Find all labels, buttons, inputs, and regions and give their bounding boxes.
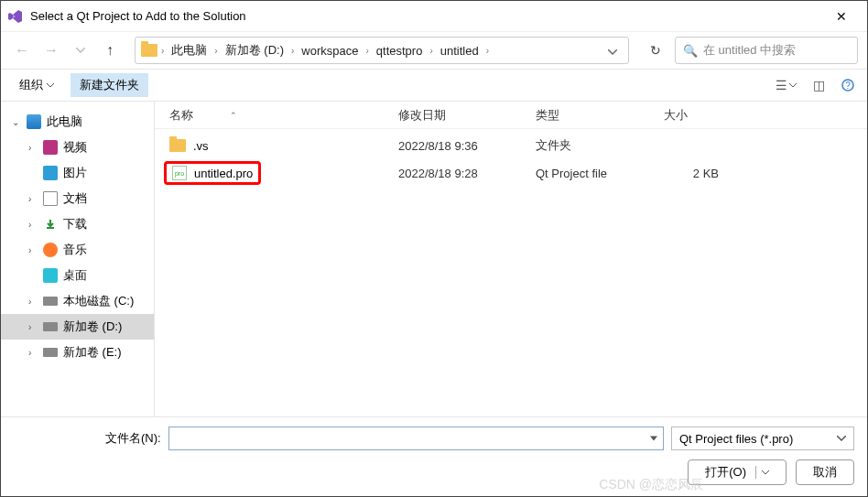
up-button[interactable]: ↑ (98, 38, 122, 62)
file-type: 文件夹 (536, 137, 664, 154)
chevron-right-icon: › (161, 46, 164, 56)
video-icon (43, 140, 58, 155)
sidebar: ⌄ 此电脑 ›视频 图片 ›文档 ›下载 ›音乐 桌面 ›本地磁盘 (C:) ›… (1, 102, 155, 416)
search-input[interactable]: 🔍 在 untitled 中搜索 (675, 37, 858, 64)
chevron-right-icon: › (28, 143, 38, 153)
desktop-icon (43, 268, 58, 283)
file-name: .vs (193, 139, 209, 153)
chevron-right-icon: › (429, 46, 432, 56)
filename-input[interactable] (168, 427, 664, 450)
sidebar-item-label: 文档 (63, 190, 87, 207)
disk-icon (43, 297, 58, 306)
breadcrumb[interactable]: untitled (437, 42, 483, 59)
file-date: 2022/8/18 9:28 (398, 167, 536, 180)
button-row: 打开(O) 取消 (14, 459, 854, 485)
address-bar[interactable]: › 此电脑 › 新加卷 (D:) › workspace › qttestpro… (135, 37, 629, 64)
folder-icon (141, 44, 157, 57)
chevron-right-icon: › (28, 220, 38, 230)
dialog-footer: 文件名(N): Qt Project files (*.pro) 打开(O) 取… (1, 416, 867, 496)
file-type: Qt Project file (536, 167, 664, 180)
chevron-down-icon: ⌄ (12, 117, 21, 127)
sidebar-item-documents[interactable]: ›文档 (1, 186, 154, 211)
list-item[interactable]: .vs 2022/8/18 9:36 文件夹 (155, 133, 867, 158)
view-mode-button[interactable]: ☰ (772, 76, 800, 94)
recent-dropdown[interactable] (69, 38, 92, 62)
chevron-right-icon: › (28, 322, 38, 332)
documents-icon (43, 191, 58, 206)
file-date: 2022/8/18 9:36 (398, 139, 536, 153)
preview-pane-button[interactable]: ◫ (809, 76, 829, 94)
disk-icon (43, 322, 58, 331)
refresh-button[interactable]: ↻ (642, 43, 669, 58)
address-dropdown[interactable] (602, 42, 623, 59)
search-placeholder: 在 untitled 中搜索 (703, 42, 796, 59)
sidebar-item-label: 新加卷 (D:) (63, 319, 122, 335)
sidebar-item-disk-e[interactable]: ›新加卷 (E:) (1, 340, 154, 365)
cancel-button[interactable]: 取消 (796, 459, 854, 485)
titlebar: Select a Qt Project to Add to the Soluti… (1, 1, 867, 32)
column-date[interactable]: 修改日期 (398, 107, 536, 124)
list-item[interactable]: prountitled.pro 2022/8/18 9:28 Qt Projec… (155, 158, 867, 188)
sidebar-item-downloads[interactable]: ›下载 (1, 211, 154, 237)
sidebar-item-label: 桌面 (63, 267, 87, 284)
chevron-right-icon: › (28, 194, 38, 204)
toolbar-right: ☰ ◫ ? (772, 76, 858, 94)
search-icon: 🔍 (683, 44, 698, 58)
svg-text:?: ? (845, 81, 851, 91)
file-size: 2 KB (664, 167, 755, 180)
column-type[interactable]: 类型 (536, 107, 664, 124)
breadcrumb[interactable]: workspace (298, 42, 362, 59)
chevron-right-icon: › (28, 297, 38, 307)
disk-icon (43, 348, 58, 357)
navbar: ← → ↑ › 此电脑 › 新加卷 (D:) › workspace › qtt… (1, 32, 867, 69)
column-size[interactable]: 大小 (664, 107, 755, 124)
sidebar-item-label: 音乐 (63, 242, 87, 258)
new-folder-button[interactable]: 新建文件夹 (71, 73, 148, 97)
pc-icon (27, 114, 41, 129)
chevron-right-icon: › (486, 46, 489, 56)
file-dialog: Select a Qt Project to Add to the Soluti… (0, 0, 868, 497)
chevron-right-icon: › (28, 348, 38, 358)
sidebar-item-disk-c[interactable]: ›本地磁盘 (C:) (1, 288, 154, 314)
file-list: .vs 2022/8/18 9:36 文件夹 prountitled.pro 2… (155, 129, 867, 416)
folder-icon (169, 139, 186, 152)
chevron-right-icon: › (291, 46, 294, 56)
sidebar-item-label: 视频 (63, 139, 87, 156)
sidebar-item-label: 本地磁盘 (C:) (63, 293, 134, 309)
toolbar: 组织 新建文件夹 ☰ ◫ ? (1, 69, 867, 102)
sidebar-item-pictures[interactable]: 图片 (1, 160, 154, 186)
sidebar-item-label: 此电脑 (47, 113, 82, 130)
chevron-right-icon: › (214, 46, 217, 56)
dialog-body: ⌄ 此电脑 ›视频 图片 ›文档 ›下载 ›音乐 桌面 ›本地磁盘 (C:) ›… (1, 102, 867, 416)
breadcrumb[interactable]: 此电脑 (168, 40, 211, 60)
sidebar-item-disk-d[interactable]: ›新加卷 (D:) (1, 314, 154, 340)
breadcrumb[interactable]: 新加卷 (D:) (222, 40, 288, 60)
forward-button[interactable]: → (39, 38, 63, 62)
file-pane: 名称⌃ 修改日期 类型 大小 .vs 2022/8/18 9:36 文件夹 pr… (155, 102, 867, 416)
help-button[interactable]: ? (838, 77, 858, 93)
sidebar-item-desktop[interactable]: 桌面 (1, 263, 154, 288)
chevron-right-icon: › (365, 46, 368, 56)
download-icon (43, 217, 58, 232)
sidebar-item-video[interactable]: ›视频 (1, 135, 154, 160)
pictures-icon (43, 166, 58, 180)
sidebar-item-music[interactable]: ›音乐 (1, 237, 154, 263)
close-button[interactable]: ✕ (823, 9, 860, 24)
organize-button[interactable]: 组织 (10, 73, 63, 97)
vs-icon (8, 9, 23, 24)
open-button[interactable]: 打开(O) (688, 459, 787, 485)
column-name[interactable]: 名称⌃ (169, 107, 398, 124)
sidebar-item-label: 新加卷 (E:) (63, 344, 122, 361)
chevron-right-icon: › (28, 245, 38, 255)
music-icon (43, 243, 58, 257)
sidebar-root-pc[interactable]: ⌄ 此电脑 (1, 109, 154, 135)
sidebar-item-label: 下载 (63, 216, 87, 232)
sort-indicator-icon: ⌃ (230, 111, 237, 120)
column-headers: 名称⌃ 修改日期 类型 大小 (155, 102, 867, 129)
breadcrumb[interactable]: qttestpro (373, 42, 427, 59)
highlight-annotation: prountitled.pro (164, 161, 261, 185)
back-button[interactable]: ← (10, 38, 34, 62)
sidebar-item-label: 图片 (63, 165, 87, 181)
filetype-filter[interactable]: Qt Project files (*.pro) (671, 427, 854, 450)
filename-label: 文件名(N): (14, 430, 161, 447)
